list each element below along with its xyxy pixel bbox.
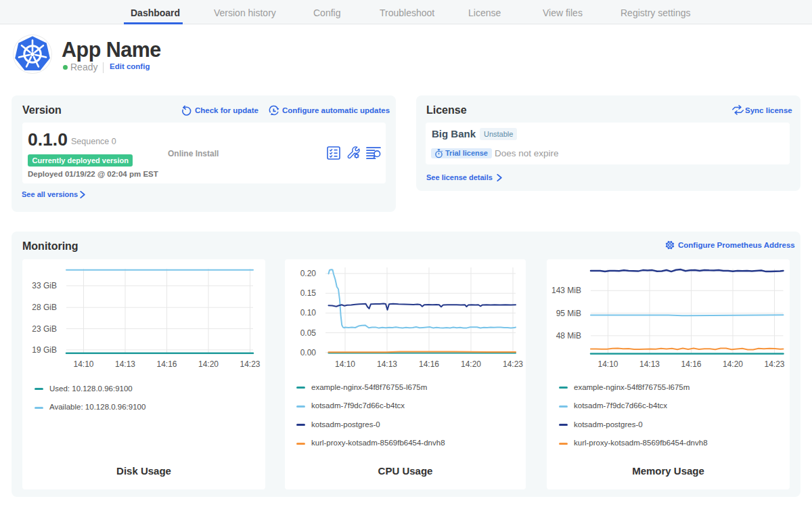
svg-text:14:10: 14:10 xyxy=(73,359,93,369)
svg-text:14:23: 14:23 xyxy=(764,359,784,369)
svg-text:48 MiB: 48 MiB xyxy=(556,331,581,341)
svg-text:14:16: 14:16 xyxy=(419,359,439,369)
svg-text:33 GiB: 33 GiB xyxy=(32,281,57,290)
svg-text:14:13: 14:13 xyxy=(377,359,397,369)
svg-text:0.05: 0.05 xyxy=(300,328,317,338)
svg-text:14:10: 14:10 xyxy=(335,359,355,369)
svg-text:14:23: 14:23 xyxy=(240,359,260,369)
svg-text:14:20: 14:20 xyxy=(198,359,219,369)
svg-text:14:20: 14:20 xyxy=(461,359,481,369)
svg-text:143 MiB: 143 MiB xyxy=(551,286,581,295)
svg-text:14:16: 14:16 xyxy=(681,359,701,369)
svg-text:95 MiB: 95 MiB xyxy=(556,309,581,318)
svg-text:14:13: 14:13 xyxy=(639,359,660,369)
svg-text:14:20: 14:20 xyxy=(723,359,743,369)
svg-text:14:16: 14:16 xyxy=(156,359,177,369)
svg-text:23 GiB: 23 GiB xyxy=(32,324,57,334)
svg-text:14:23: 14:23 xyxy=(503,359,523,369)
svg-text:0.10: 0.10 xyxy=(300,308,317,317)
svg-text:14:13: 14:13 xyxy=(115,359,135,369)
svg-text:0.00: 0.00 xyxy=(300,348,317,357)
svg-text:0.20: 0.20 xyxy=(300,269,317,278)
svg-text:0.15: 0.15 xyxy=(300,288,317,298)
svg-text:28 GiB: 28 GiB xyxy=(32,303,57,312)
svg-text:19 GiB: 19 GiB xyxy=(32,345,57,355)
svg-text:14:10: 14:10 xyxy=(597,359,618,369)
